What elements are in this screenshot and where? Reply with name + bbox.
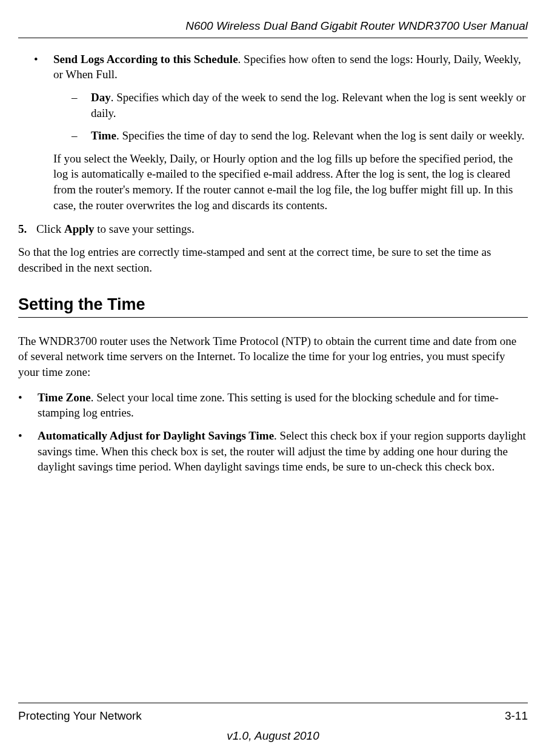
header-divider: [18, 38, 528, 38]
footer-page-number: 3-11: [505, 708, 528, 724]
time-desc: . Specifies the time of day to send the …: [116, 129, 525, 142]
step-number: 5.: [18, 221, 36, 237]
time-intro-paragraph: The WNDR3700 router uses the Network Tim…: [18, 333, 528, 380]
closing-paragraph: So that the log entries are correctly ti…: [18, 244, 528, 275]
page-footer: Protecting Your Network 3-11 v1.0, Augus…: [18, 703, 528, 744]
section-heading-setting-time: Setting the Time: [18, 293, 528, 315]
send-logs-sublist: – Day. Specifies which day of the week t…: [53, 90, 528, 144]
bullet-content: Automatically Adjust for Daylight Saving…: [38, 428, 528, 475]
header-title: N600 Wireless Dual Band Gigabit Router W…: [18, 18, 528, 34]
bullet-timezone: • Time Zone. Select your local time zone…: [18, 390, 528, 421]
sub-content: Day. Specifies which day of the week to …: [91, 90, 528, 121]
step5-post: to save your settings.: [95, 222, 195, 235]
bullet-dst: • Automatically Adjust for Daylight Savi…: [18, 428, 528, 475]
footer-chapter: Protecting Your Network: [18, 708, 142, 724]
day-label: Day: [91, 91, 111, 104]
manual-page: N600 Wireless Dual Band Gigabit Router W…: [0, 0, 546, 475]
dst-label: Automatically Adjust for Daylight Saving…: [38, 429, 274, 442]
sub-item-day: – Day. Specifies which day of the week t…: [72, 90, 528, 121]
step-5: 5. Click Apply to save your settings.: [18, 221, 528, 237]
time-bullet-group: • Time Zone. Select your local time zone…: [18, 390, 528, 475]
send-logs-label: Send Logs According to this Schedule: [53, 53, 238, 65]
time-label: Time: [91, 129, 116, 142]
bullet-marker-icon: •: [18, 390, 38, 421]
bullet-marker-icon: •: [18, 428, 38, 475]
step5-pre: Click: [36, 222, 64, 235]
footer-version: v1.0, August 2010: [18, 728, 528, 744]
send-logs-bullet-group: • Send Logs According to this Schedule. …: [18, 52, 528, 213]
step-content: Click Apply to save your settings.: [36, 221, 528, 237]
sub-content: Time. Specifies the time of day to send …: [91, 128, 528, 144]
timezone-desc: . Select your local time zone. This sett…: [38, 391, 499, 420]
footer-row: Protecting Your Network 3-11: [18, 708, 528, 724]
section-divider: [18, 317, 528, 318]
footer-divider: [18, 703, 528, 703]
dash-marker-icon: –: [72, 90, 91, 121]
dash-marker-icon: –: [72, 128, 91, 144]
day-desc: . Specifies which day of the week to sen…: [91, 91, 526, 119]
bullet-content: Time Zone. Select your local time zone. …: [38, 390, 528, 421]
bullet-marker-icon: •: [34, 52, 53, 213]
step5-apply: Apply: [64, 222, 95, 235]
sub-item-time: – Time. Specifies the time of day to sen…: [72, 128, 528, 144]
timezone-label: Time Zone: [38, 391, 91, 404]
bullet-content: Send Logs According to this Schedule. Sp…: [53, 52, 528, 213]
bullet-send-logs: • Send Logs According to this Schedule. …: [34, 52, 528, 213]
send-logs-after-para: If you select the Weekly, Daily, or Hour…: [53, 151, 528, 213]
